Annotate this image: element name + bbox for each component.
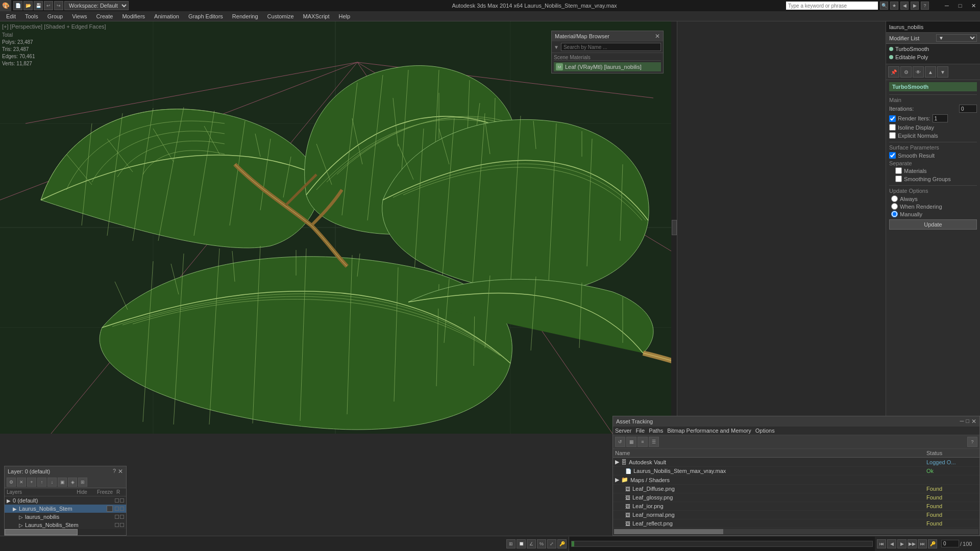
modifier-turbosmooth[interactable]: TurboSmooth [887, 45, 979, 53]
status-angle-btn[interactable]: ∠ [527, 539, 536, 548]
menu-modifiers[interactable]: Modifiers [118, 12, 149, 20]
layer-delete-btn[interactable]: ✕ [17, 478, 26, 487]
modifier-editable-poly[interactable]: Editable Poly [887, 53, 979, 61]
ts-explicit-normals-check[interactable] [889, 132, 896, 139]
ts-materials-check[interactable] [895, 167, 902, 174]
menu-tools[interactable]: Tools [21, 12, 42, 20]
menu-rendering[interactable]: Rendering [228, 12, 262, 20]
asset-scrollbar-h[interactable] [614, 529, 978, 534]
menu-edit[interactable]: Edit [2, 12, 20, 20]
layer-nobilis-hide-dot[interactable] [115, 515, 119, 519]
help-btn[interactable]: ? [921, 2, 929, 10]
asset-row-leaf-reflect[interactable]: 🖼 Leaf_reflect.png Found [613, 519, 979, 528]
asset-tb-grid[interactable]: ▦ [626, 437, 636, 447]
asset-row-vault[interactable]: ▶ 🗄 Autodesk Vault Logged O... [613, 458, 979, 467]
status-percent-btn[interactable]: % [537, 539, 546, 548]
mod-configure-btn[interactable]: ⚙ [900, 66, 912, 78]
menu-group[interactable]: Group [43, 12, 67, 20]
asset-scroll-thumb-h[interactable] [614, 529, 723, 534]
asset-minimize-btn[interactable]: ─ [960, 418, 964, 425]
mat-browser-titlebar[interactable]: Material/Map Browser ✕ [552, 31, 663, 41]
status-keys-btn[interactable]: 🔑 [557, 539, 567, 548]
layer-scrollbar[interactable] [5, 529, 126, 535]
ts-iterations-input[interactable] [959, 105, 977, 113]
menu-maxscript[interactable]: MAXScript [299, 12, 334, 20]
mat-leaf-item[interactable]: M Leaf (VRayMtl) [laurus_nobilis] [554, 62, 661, 71]
undo-btn[interactable]: ↩ [44, 1, 53, 10]
asset-menu-bitmap[interactable]: Bitmap Performance and Memory [667, 428, 751, 434]
layer-highlight-btn[interactable]: ◈ [68, 478, 77, 487]
ts-update-btn[interactable]: Update [889, 219, 977, 230]
layer-panel-titlebar[interactable]: Layer: 0 (default) ? ✕ [5, 466, 126, 477]
asset-menu-paths[interactable]: Paths [649, 428, 663, 434]
menu-customize[interactable]: Customize [263, 12, 298, 20]
save-btn[interactable]: 💾 [34, 1, 43, 10]
mod-show-btn[interactable]: 👁 [913, 66, 924, 78]
menu-animation[interactable]: Animation [150, 12, 183, 20]
timeline-thumb[interactable] [572, 541, 574, 546]
play-next-btn[interactable]: ⏭ [918, 539, 927, 548]
asset-close-btn[interactable]: ✕ [971, 418, 976, 425]
ts-isoline-check[interactable] [889, 124, 896, 131]
menu-create[interactable]: Create [92, 12, 117, 20]
ts-smooth-result-check[interactable] [889, 152, 896, 159]
layer-nobilis-stem-freeze-dot[interactable] [120, 523, 124, 527]
status-snap-btn[interactable]: 🔲 [517, 539, 526, 548]
object-name-field[interactable] [886, 21, 980, 33]
open-btn[interactable]: 📂 [23, 1, 33, 10]
layer-scroll-thumb[interactable] [5, 529, 78, 535]
menu-views[interactable]: Views [68, 12, 91, 20]
status-grid-btn[interactable]: ⊞ [506, 539, 516, 548]
redo-btn[interactable]: ↪ [54, 1, 63, 10]
frame-input[interactable] [941, 540, 959, 547]
asset-panel-titlebar[interactable]: Asset Tracking ─ □ ✕ [613, 416, 979, 427]
new-btn[interactable]: 📄 [13, 1, 22, 10]
layer-stem-freeze-dot[interactable] [120, 507, 124, 511]
workspace-select[interactable]: Workspace: Default [64, 1, 129, 10]
keyword-search-input[interactable] [786, 2, 878, 10]
asset-row-leaf-ior[interactable]: 🖼 Leaf_ior.png Found [613, 502, 979, 511]
ts-render-iters-input[interactable] [933, 114, 948, 122]
layer-stem-hide-dot[interactable] [115, 507, 119, 511]
timeline-track[interactable] [571, 541, 873, 547]
ts-smoothing-groups-check[interactable] [895, 176, 902, 182]
menu-help[interactable]: Help [335, 12, 355, 20]
help-prev-btn[interactable]: ◀ [900, 2, 909, 10]
mat-search-input[interactable] [561, 43, 661, 51]
ts-render-iters-check[interactable] [889, 115, 896, 122]
minimize-btn[interactable]: ─ [940, 0, 953, 11]
asset-menu-server[interactable]: Server [615, 428, 631, 434]
layer-move-up-btn[interactable]: ↑ [37, 478, 46, 487]
asset-tb-help[interactable]: ? [967, 437, 977, 447]
layer-0-hide-dot[interactable] [115, 498, 119, 503]
mod-move-up-btn[interactable]: ▲ [925, 66, 936, 78]
viewport-edge-btn[interactable] [672, 220, 677, 235]
menu-graph-editors[interactable]: Graph Editors [184, 12, 227, 20]
asset-tb-detail[interactable]: ☰ [649, 437, 659, 447]
key-mode-btn[interactable]: 🔑 [928, 539, 937, 548]
mat-browser-close[interactable]: ✕ [655, 33, 660, 40]
asset-menu-file[interactable]: File [635, 428, 645, 434]
maximize-btn[interactable]: □ [953, 0, 967, 11]
asset-maximize-btn[interactable]: □ [966, 418, 969, 425]
ts-manually-radio[interactable] [891, 211, 898, 217]
layer-row-laurus-stem[interactable]: ▶ Laurus_Nobilis_Stem [5, 505, 126, 513]
layer-add-btn[interactable]: + [27, 478, 36, 487]
asset-tb-list[interactable]: ≡ [638, 437, 648, 447]
asset-row-leaf-normal[interactable]: 🖼 Leaf_normal.png Found [613, 511, 979, 519]
asset-tb-reload[interactable]: ↺ [615, 437, 625, 447]
close-btn[interactable]: ✕ [967, 0, 980, 11]
mod-pin-btn[interactable]: 📌 [888, 66, 899, 78]
mod-move-down-btn[interactable]: ▼ [937, 66, 948, 78]
ts-always-radio[interactable] [891, 195, 898, 202]
layer-nobilis-freeze-dot[interactable] [120, 515, 124, 519]
layer-row-laurus-nobilis-stem[interactable]: ▷ Laurus_Nobilis_Stem [5, 521, 126, 529]
asset-row-leaf-glossy[interactable]: 🖼 Leaf_glossy.png Found [613, 493, 979, 502]
layer-help-btn[interactable]: ? [113, 468, 116, 475]
asset-row-max-file[interactable]: 📄 Laurus_Nobilis_Stem_max_vray.max Ok [613, 467, 979, 475]
asset-menu-options[interactable]: Options [755, 428, 775, 434]
layer-row-0-default[interactable]: ▶ 0 (default) [5, 496, 126, 505]
play-fwd-btn[interactable]: ▶▶ [908, 539, 917, 548]
help-next-btn[interactable]: ▶ [911, 2, 919, 10]
layer-move-down-btn[interactable]: ↓ [47, 478, 57, 487]
